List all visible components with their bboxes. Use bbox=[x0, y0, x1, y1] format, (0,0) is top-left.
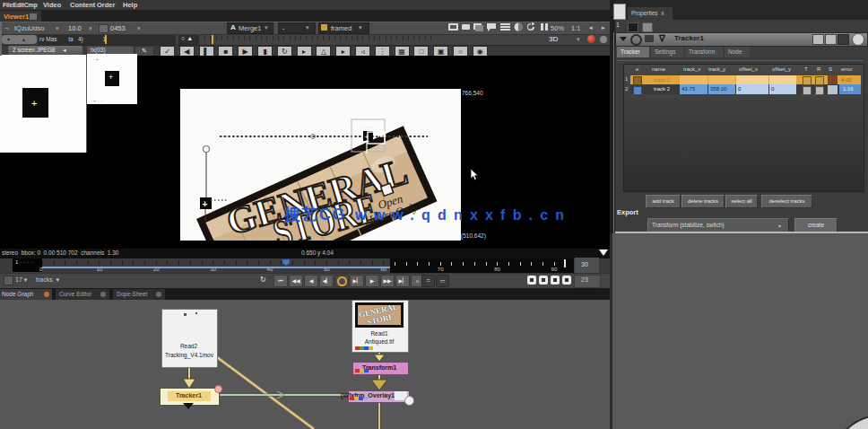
svg-text:+·▮▮: +·▮▮ bbox=[375, 132, 386, 137]
svg-text:+: + bbox=[203, 199, 208, 209]
svg-text:+: + bbox=[365, 133, 369, 141]
